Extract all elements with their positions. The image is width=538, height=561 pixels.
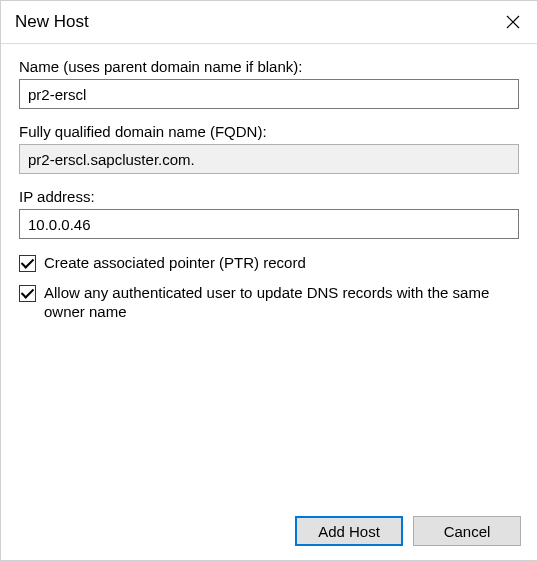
allow-update-checkbox[interactable]	[19, 285, 36, 302]
name-label: Name (uses parent domain name if blank):	[19, 58, 519, 75]
ip-field: IP address:	[19, 188, 519, 239]
name-field: Name (uses parent domain name if blank):	[19, 58, 519, 109]
ip-label: IP address:	[19, 188, 519, 205]
dialog-content: Name (uses parent domain name if blank):…	[1, 44, 537, 504]
cancel-button[interactable]: Cancel	[413, 516, 521, 546]
titlebar: New Host	[1, 1, 537, 43]
allow-update-checkbox-row[interactable]: Allow any authenticated user to update D…	[19, 283, 519, 322]
allow-update-checkbox-label: Allow any authenticated user to update D…	[44, 283, 519, 322]
dialog-title: New Host	[15, 12, 89, 32]
new-host-dialog: New Host Name (uses parent domain name i…	[0, 0, 538, 561]
name-input[interactable]	[19, 79, 519, 109]
fqdn-input	[19, 144, 519, 174]
ip-input[interactable]	[19, 209, 519, 239]
add-host-button[interactable]: Add Host	[295, 516, 403, 546]
close-icon[interactable]	[503, 12, 523, 32]
ptr-checkbox-label: Create associated pointer (PTR) record	[44, 253, 306, 273]
ptr-checkbox-row[interactable]: Create associated pointer (PTR) record	[19, 253, 519, 273]
ptr-checkbox[interactable]	[19, 255, 36, 272]
fqdn-field: Fully qualified domain name (FQDN):	[19, 123, 519, 174]
button-row: Add Host Cancel	[1, 504, 537, 560]
fqdn-label: Fully qualified domain name (FQDN):	[19, 123, 519, 140]
